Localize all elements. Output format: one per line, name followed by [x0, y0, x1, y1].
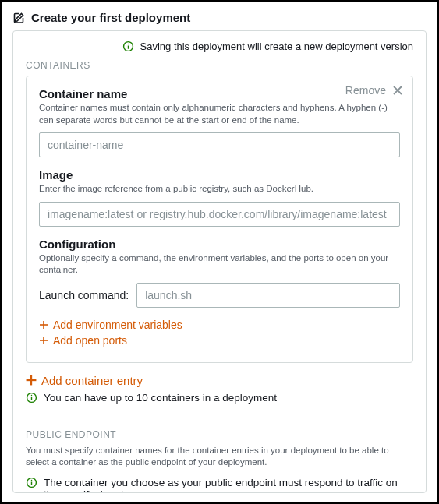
- page-title-row: Create your first deployment: [12, 11, 427, 24]
- info-icon: [26, 392, 37, 404]
- card-body: Saving this deployment will create a new…: [13, 31, 426, 493]
- edit-icon: [12, 12, 25, 24]
- config-title: Configuration: [39, 238, 400, 251]
- plus-icon: [39, 336, 48, 345]
- svg-point-14: [31, 394, 33, 396]
- image-field: Image Enter the image reference from a p…: [39, 168, 400, 227]
- svg-point-3: [127, 44, 129, 45]
- public-endpoint-hint-text: The container you choose as your public …: [44, 477, 413, 493]
- image-title: Image: [39, 168, 400, 182]
- add-ports-button[interactable]: Add open ports: [39, 334, 127, 347]
- image-desc: Enter the image reference from a public …: [39, 183, 400, 196]
- divider: [26, 418, 413, 418]
- public-endpoint-label: PUBLIC ENDPOINT: [26, 429, 413, 440]
- container-limit-text: You can have up to 10 containers in a de…: [44, 392, 277, 404]
- launch-command-label: Launch command:: [39, 289, 129, 301]
- container-limit-hint: You can have up to 10 containers in a de…: [26, 392, 413, 404]
- container-name-field: Container name Container names must cont…: [39, 87, 400, 157]
- launch-command-row: Launch command:: [39, 283, 400, 308]
- add-container-entry-button[interactable]: Add container entry: [26, 374, 413, 387]
- deployment-panel: Create your first deployment Saving this…: [0, 0, 439, 504]
- close-icon: [392, 85, 403, 96]
- container-name-desc: Container names must contain only alphan…: [39, 102, 400, 126]
- add-ports-label: Add open ports: [53, 334, 127, 347]
- containers-section-label: CONTAINERS: [26, 60, 413, 71]
- config-field: Configuration Optionally specify a comma…: [39, 238, 400, 347]
- add-container-entry-label: Add container entry: [41, 374, 143, 387]
- config-desc: Optionally specify a command, the enviro…: [39, 252, 400, 277]
- page-title: Create your first deployment: [31, 11, 190, 24]
- plus-icon: [39, 320, 48, 330]
- public-endpoint-desc: You must specify container names for the…: [26, 445, 413, 469]
- remove-button[interactable]: Remove: [345, 84, 403, 97]
- image-input[interactable]: [39, 202, 400, 227]
- add-env-label: Add environment variables: [53, 319, 182, 331]
- launch-command-input[interactable]: [136, 283, 400, 308]
- info-icon: [26, 477, 37, 488]
- container-name-input[interactable]: [39, 132, 400, 157]
- info-icon: [122, 41, 134, 52]
- info-banner: Saving this deployment will create a new…: [26, 41, 413, 52]
- public-endpoint-hint: The container you choose as your public …: [26, 477, 413, 493]
- container-entry: Remove Container name Container names mu…: [26, 76, 413, 363]
- remove-label: Remove: [345, 84, 386, 97]
- plus-icon: [26, 375, 37, 386]
- info-banner-text: Saving this deployment will create a new…: [140, 41, 413, 52]
- svg-point-17: [31, 479, 33, 481]
- add-env-button[interactable]: Add environment variables: [39, 319, 182, 331]
- card: Saving this deployment will create a new…: [12, 30, 427, 493]
